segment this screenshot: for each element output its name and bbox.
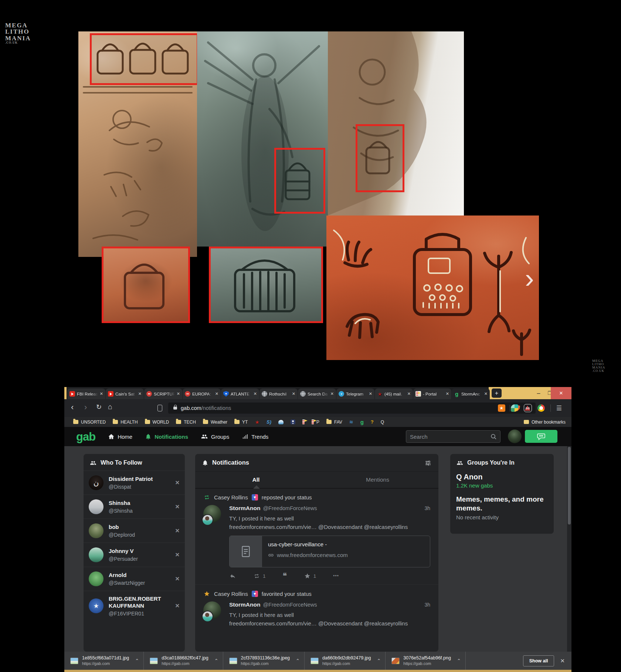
gab-logo[interactable]: gab [76,431,95,442]
user-name[interactable]: BRIG.GEN.ROBERT KAUFFMANN [109,595,172,610]
download-filename[interactable]: d3ca0188682f0c47.jpg [162,655,208,661]
download-filename[interactable]: 2cf378931136c36e.jpeg [241,655,290,661]
mini-avatar[interactable] [202,514,213,526]
list-item[interactable]: bob @Deplorod ✕ [84,519,185,543]
tab-fbi-releases[interactable]: FBI Releas✕ [67,388,105,399]
browser-extension-icon[interactable] [537,404,545,412]
user-name[interactable]: StormAnon [229,601,260,608]
menu-icon[interactable]: ☰ [556,404,562,412]
nav-item-home[interactable]: Home [108,433,132,440]
tab-portal[interactable]: - Portal✕ [413,388,451,399]
avatar[interactable] [508,430,522,443]
tab-atlante[interactable]: ATLANTE✕ [221,388,259,399]
chevron-up-icon[interactable]: ⌃ [135,658,139,663]
download-bar-close-icon[interactable]: ✕ [560,658,565,664]
more-button[interactable]: ••• [333,573,339,578]
list-item[interactable]: Johnny V @Persuader ✕ [84,543,185,567]
chevron-up-icon[interactable]: ⌃ [377,658,381,663]
user-name[interactable]: Arnold [109,572,172,579]
avatar[interactable] [89,571,104,586]
bookmark-extension-icon[interactable]: ★ [498,404,505,412]
notification-favorite[interactable]: Casey Rollins ♥ favorited your status St… [195,585,438,633]
download-item[interactable]: da660b9d2db92479.jpg https://gab.com ⌃ [305,652,386,670]
tab-close-icon[interactable]: ✕ [484,391,488,396]
tab-mentions[interactable]: Mentions [317,472,438,488]
quote-button[interactable]: ❝ [283,574,287,578]
oo-extension-icon[interactable]: oo [524,404,532,412]
bookmark-coin[interactable]: ? [371,420,374,424]
tab-mail[interactable]: (45) mail.✕ [375,388,413,399]
scrollbar-thumb[interactable] [568,447,571,525]
home-button[interactable]: ⌂ [108,403,112,410]
bookmark-folder-yt[interactable]: YT [234,420,248,425]
pinwheel-extension-icon[interactable] [511,404,518,412]
repost-button[interactable]: 1 [253,573,266,579]
nav-item-trends[interactable]: Trends [242,433,268,440]
bookmark-gab[interactable]: g [360,419,364,425]
tab-close-icon[interactable]: ✕ [407,391,411,396]
user-handle[interactable]: @FreedomForceNews [263,602,317,608]
actor-name[interactable]: Casey Rollins [214,591,248,597]
search-input[interactable] [406,434,491,440]
download-item[interactable]: d3ca0188682f0c47.jpg https://gab.com ⌃ [144,652,223,670]
show-all-button[interactable]: Show all [523,655,554,666]
favorite-button[interactable]: 1 [304,573,316,579]
forward-button[interactable]: › [84,403,87,411]
list-item[interactable]: ★ BRIG.GEN.ROBERT KAUFFMANN @F16VIPER01 … [84,591,185,621]
tab-close-icon[interactable]: ✕ [100,391,103,396]
bookmark-star[interactable]: ★ [255,420,259,425]
bookmark-folder-tech[interactable]: TECH [176,420,196,425]
reply-button[interactable] [229,573,236,579]
bookmark-person[interactable] [291,420,295,424]
user-name[interactable]: Johnny V [109,548,172,555]
avatar-group[interactable] [203,505,221,523]
tab-close-icon[interactable]: ✕ [446,391,449,396]
user-name[interactable]: Shinsha [109,500,172,507]
tab-close-icon[interactable]: ✕ [215,391,218,396]
download-filename[interactable]: 3076e52af54ab96f.png [403,655,451,661]
download-item[interactable]: 1e855cf663a071d1.jpg https://gab.com ⌃ [64,652,144,670]
group-name[interactable]: Memes, memes, and more memes. [450,495,554,513]
avatar[interactable] [89,547,104,562]
bookmark-folder-health[interactable]: HEALTH [113,420,138,425]
card-link[interactable]: www.freedomforcenews.com [277,552,348,558]
reading-list-icon[interactable] [157,405,162,411]
user-name[interactable]: StormAnon [229,505,260,512]
chevron-up-icon[interactable]: ⌃ [457,658,461,663]
tab-rothschild[interactable]: Rothschil✕ [259,388,298,399]
address-bar[interactable]: gab.com /notifications [168,403,536,414]
list-item[interactable]: Shinsha @Shinsha ✕ [84,495,185,519]
bookmark-folder-world[interactable]: WORLD [145,420,169,425]
dismiss-icon[interactable]: ✕ [175,503,180,510]
bookmark-rss[interactable]: ≋ [349,420,353,424]
tab-close-icon[interactable]: ✕ [138,391,142,396]
tab-scripture[interactable]: SCRIPTUR✕ [144,388,182,399]
list-item[interactable]: ن Dissident Patriot @Disspat ✕ [84,471,185,495]
nav-item-notifications[interactable]: Notifications [145,433,188,440]
user-name[interactable]: Dissident Patriot [109,476,172,483]
card-title[interactable]: usa-cyber-surveillance - [268,541,348,547]
search-bar[interactable] [406,430,500,443]
avatar[interactable]: ★ [89,598,104,613]
bookmark-cloud[interactable] [278,420,284,424]
new-tab-button[interactable]: + [492,388,502,398]
user-handle[interactable]: @FreedomForceNews [263,505,317,511]
chevron-up-icon[interactable]: ⌃ [296,658,300,663]
avatar[interactable] [89,523,104,538]
dismiss-icon[interactable]: ✕ [175,551,180,558]
avatar[interactable] [89,499,104,514]
bookmark-folder-weather[interactable]: Weather [203,420,227,425]
bookmark-lighthouse[interactable] [302,420,305,424]
dismiss-icon[interactable]: ✕ [175,603,180,609]
other-bookmarks-button[interactable]: Other bookmarks [524,417,566,427]
dismiss-icon[interactable]: ✕ [175,576,180,582]
download-item[interactable]: 2cf378931136c36e.jpeg https://gab.com ⌃ [223,652,305,670]
window-close-button[interactable]: ✕ [551,387,571,399]
download-filename[interactable]: 1e855cf663a071d1.jpg [82,655,129,661]
bookmark-portal-p[interactable]: P [312,420,319,425]
tab-close-icon[interactable]: ✕ [254,391,257,396]
link-preview-card[interactable]: usa-cyber-surveillance - www.freedomforc… [229,536,430,567]
tab-close-icon[interactable]: ✕ [330,391,334,396]
tab-search[interactable]: Search Da✕ [298,388,336,399]
group-name[interactable]: Q Anon [450,473,554,481]
